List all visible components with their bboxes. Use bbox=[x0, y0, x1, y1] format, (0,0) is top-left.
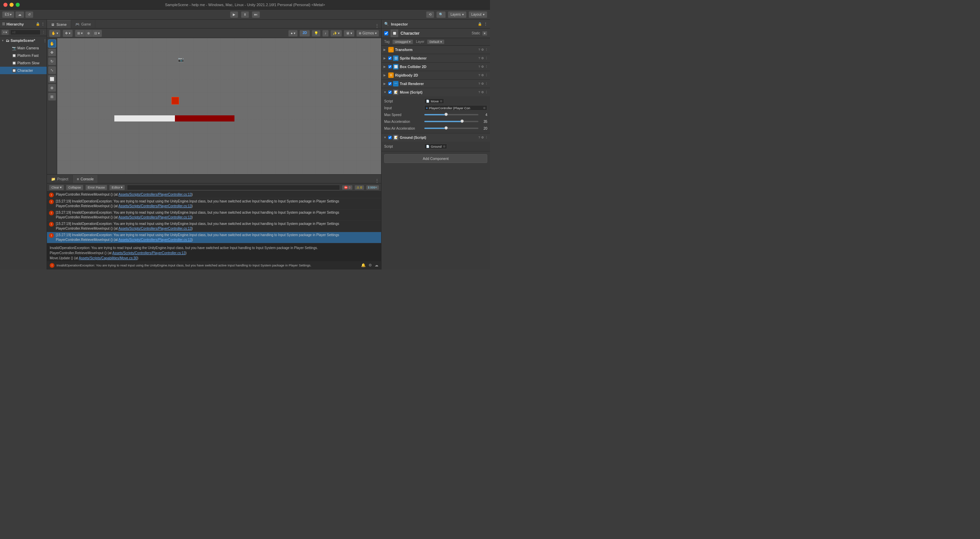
collab-status-icon[interactable]: ☁ bbox=[375, 263, 379, 267]
hierarchy-lock-icon[interactable]: 🔒 bbox=[36, 22, 40, 26]
build-icon[interactable]: ⚙ bbox=[369, 263, 372, 267]
rb-menu-btn[interactable]: ⋮ bbox=[485, 73, 488, 77]
tab-console[interactable]: ≡ Console bbox=[73, 175, 98, 183]
tab-project[interactable]: 📁 Project bbox=[47, 175, 73, 183]
palette-scale-btn[interactable]: ⤡ bbox=[48, 66, 56, 74]
pause-button[interactable]: ⏸ bbox=[241, 11, 249, 18]
bc-settings-btn[interactable]: ⚙ bbox=[481, 65, 484, 68]
max-speed-slider[interactable] bbox=[424, 114, 479, 115]
max-accel-slider[interactable] bbox=[424, 121, 479, 122]
maximize-button[interactable] bbox=[16, 3, 20, 7]
collab-btn[interactable]: ↺ bbox=[25, 11, 33, 18]
layout-dropdown[interactable]: Layout ▾ bbox=[469, 11, 487, 18]
console-overflow-btn[interactable]: ⋮ bbox=[373, 178, 381, 183]
play-button[interactable]: ▶ bbox=[230, 11, 238, 18]
component-move-script-header[interactable]: ▼ 📝 Move (Script) ? ⚙ ⋮ bbox=[382, 88, 490, 96]
hierarchy-menu-icon[interactable]: ⋮ bbox=[41, 22, 45, 26]
grid-tool[interactable]: ⊟▾ bbox=[92, 30, 102, 37]
sr-help-btn[interactable]: ? bbox=[479, 56, 480, 60]
sr-menu-btn[interactable]: ⋮ bbox=[485, 56, 488, 60]
scene-menu-btn[interactable]: ⋮ bbox=[43, 39, 47, 43]
gs-help-btn[interactable]: ? bbox=[479, 136, 480, 139]
hierarchy-options-btn[interactable]: ⋮ bbox=[42, 30, 45, 34]
step-button[interactable]: ⏭ bbox=[252, 11, 260, 18]
tab-game[interactable]: 🎮 Game bbox=[71, 20, 95, 28]
scene-viewport[interactable]: ✋ ✥ ↻ ⤡ ⬜ ⊕ ⊞ 📷 bbox=[47, 38, 381, 174]
es-dropdown[interactable]: ES ▾ bbox=[2, 11, 14, 18]
hierarchy-search[interactable]: All bbox=[10, 30, 40, 35]
component-box-collider-header[interactable]: ▶ ⬜ Box Collider 2D ? ⚙ ⋮ bbox=[382, 63, 490, 71]
palette-hand-btn[interactable]: ✋ bbox=[48, 40, 56, 48]
editor-button[interactable]: Editor ▾ bbox=[109, 185, 125, 190]
audio-btn[interactable]: ♪ bbox=[322, 30, 329, 37]
search-btn[interactable]: 🔍 bbox=[436, 11, 446, 18]
palette-transform-btn[interactable]: ⊕ bbox=[48, 84, 56, 92]
link-4[interactable]: Assets/Scripts/Controllers/PlayerControl… bbox=[118, 238, 192, 242]
console-search-input[interactable] bbox=[127, 185, 340, 190]
bc-menu-btn[interactable]: ⋮ bbox=[485, 65, 488, 68]
bc-help-btn[interactable]: ? bbox=[479, 65, 480, 68]
component-transform-header[interactable]: ▶ ↔ Transform ? ⚙ ⋮ bbox=[382, 46, 490, 54]
gs-settings-btn[interactable]: ⚙ bbox=[481, 136, 484, 139]
hierarchy-item-platform-slow[interactable]: 🔲 Platform Slow bbox=[0, 59, 47, 67]
palette-rotate-btn[interactable]: ↻ bbox=[48, 57, 56, 65]
ground-script-toggle[interactable] bbox=[388, 136, 392, 139]
transform-help-btn[interactable]: ? bbox=[479, 48, 480, 51]
gizmos-btn[interactable]: ⊕ Gizmos▾ bbox=[356, 30, 379, 37]
notification-icon[interactable]: 🔔 bbox=[361, 263, 366, 267]
box-collider-toggle[interactable] bbox=[388, 65, 392, 68]
fx-btn[interactable]: ✨▾ bbox=[331, 30, 342, 37]
add-component-button[interactable]: Add Component bbox=[384, 154, 487, 163]
2d-toggle[interactable]: 2D bbox=[299, 30, 310, 37]
tr-settings-btn[interactable]: ⚙ bbox=[481, 82, 484, 86]
clear-button[interactable]: Clear ▾ bbox=[49, 185, 64, 190]
ms-menu-btn[interactable]: ⋮ bbox=[485, 91, 488, 94]
cloud-btn[interactable]: ☁ bbox=[15, 11, 24, 18]
vertex-snap-tool[interactable]: ⊕ bbox=[85, 30, 92, 37]
hand-tool[interactable]: ✋▾ bbox=[49, 30, 60, 37]
minimize-button[interactable] bbox=[10, 3, 14, 7]
rb-settings-btn[interactable]: ⚙ bbox=[481, 73, 484, 77]
max-air-accel-slider[interactable] bbox=[424, 127, 479, 129]
hierarchy-add-btn[interactable]: + ▾ bbox=[2, 30, 9, 35]
console-message-1[interactable]: ! [15:27:19] InvalidOperationException: … bbox=[47, 199, 381, 210]
component-trail-renderer-header[interactable]: ▶ 〰 Trail Renderer ? ⚙ ⋮ bbox=[382, 79, 490, 88]
move-script-toggle[interactable] bbox=[388, 91, 392, 94]
object-active-toggle[interactable] bbox=[384, 31, 388, 35]
detail-link-1[interactable]: Assets/Scripts/Controllers/PlayerControl… bbox=[112, 251, 185, 255]
draw-mode-btn[interactable]: ●▾ bbox=[288, 30, 298, 37]
snap-tool[interactable]: ⊞▾ bbox=[75, 30, 85, 37]
ms-settings-btn[interactable]: ⚙ bbox=[481, 91, 484, 94]
ground-script-ref[interactable]: 📄 Ground ⊙ bbox=[424, 144, 447, 149]
static-dropdown[interactable]: ▾ bbox=[482, 31, 487, 36]
move-script-ref[interactable]: 📄 Move ⊙ bbox=[424, 99, 444, 104]
link-1[interactable]: Assets/Scripts/Controllers/PlayerControl… bbox=[118, 204, 192, 208]
close-button[interactable] bbox=[3, 3, 8, 7]
component-ground-script-header[interactable]: ▼ 📝 Ground (Script) ? ⚙ ⋮ bbox=[382, 134, 490, 142]
gs-menu-btn[interactable]: ⋮ bbox=[485, 136, 488, 139]
transform-settings-btn[interactable]: ⚙ bbox=[481, 48, 484, 51]
light-btn[interactable]: 💡 bbox=[312, 30, 321, 37]
tr-menu-btn[interactable]: ⋮ bbox=[485, 82, 488, 86]
console-message-3[interactable]: ! [15:27:19] InvalidOperationException: … bbox=[47, 221, 381, 232]
ms-help-btn[interactable]: ? bbox=[479, 91, 480, 94]
hierarchy-item-platform-fast[interactable]: 🔲 Platform Fast bbox=[0, 52, 47, 59]
transform-tool[interactable]: ✥▾ bbox=[63, 30, 73, 37]
layers-dropdown[interactable]: Layers ▾ bbox=[448, 11, 466, 18]
tag-dropdown[interactable]: Untagged ▾ bbox=[392, 40, 413, 44]
link-3[interactable]: Assets/Scripts/Controllers/PlayerControl… bbox=[118, 227, 192, 231]
component-rigidbody2d-header[interactable]: ▶ ⚙ Rigidbody 2D ? ⚙ ⋮ bbox=[382, 71, 490, 79]
component-sprite-renderer-header[interactable]: ▶ 🖼 Sprite Renderer ? ⚙ ⋮ bbox=[382, 54, 490, 62]
rb-help-btn[interactable]: ? bbox=[479, 73, 480, 77]
console-message-2[interactable]: ! [15:27:19] InvalidOperationException: … bbox=[47, 210, 381, 221]
move-input-ref[interactable]: ● PlayerController (Player Con ⊙ bbox=[424, 105, 487, 111]
scene-overflow-btn[interactable]: ⋮ bbox=[373, 24, 381, 28]
inspector-lock-icon[interactable]: 🔒 bbox=[478, 22, 482, 26]
link-0[interactable]: Assets/Scripts/Controllers/PlayerControl… bbox=[118, 192, 192, 196]
collapse-button[interactable]: Collapse bbox=[66, 185, 83, 190]
detail-link-2[interactable]: Assets/Scripts/Capabilities/Move.cs:30 bbox=[79, 256, 137, 260]
console-message-0[interactable]: ! PlayerController.RetrieveMoveInput () … bbox=[47, 192, 381, 199]
scene-view-btn[interactable]: 🖥▾ bbox=[344, 30, 355, 37]
link-2[interactable]: Assets/Scripts/Controllers/PlayerControl… bbox=[118, 215, 192, 219]
layer-dropdown[interactable]: Default ▾ bbox=[427, 40, 444, 44]
